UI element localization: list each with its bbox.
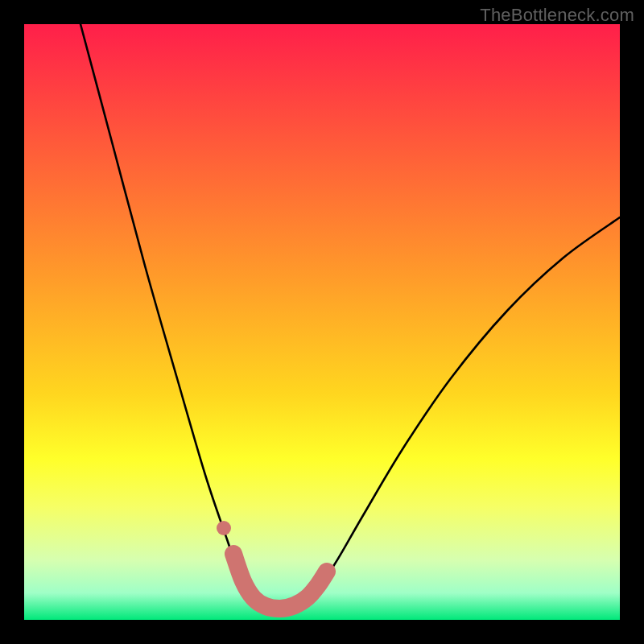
bottleneck-curve	[80, 24, 620, 609]
chart-svg	[24, 24, 620, 620]
chart-frame	[24, 24, 620, 620]
highlight-dot-icon	[217, 521, 231, 535]
watermark-text: TheBottleneck.com	[480, 5, 634, 26]
highlight-band	[233, 554, 327, 609]
